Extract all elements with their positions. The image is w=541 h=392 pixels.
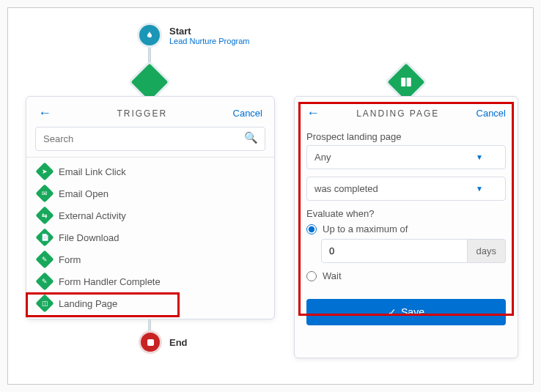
max-days-row: days (321, 239, 506, 263)
trigger-panel-title: Trigger (117, 108, 167, 119)
radio-input[interactable] (306, 224, 317, 234)
trigger-item-label: Landing Page (59, 298, 117, 309)
cursor-icon: ➤ (35, 162, 54, 180)
save-button-label: Save (401, 306, 424, 318)
chevron-down-icon: ▼ (476, 185, 483, 193)
form-icon: ✎ (35, 250, 54, 268)
trigger-item-label: File Download (59, 232, 119, 243)
search-input[interactable] (35, 127, 265, 151)
trigger-panel-header: ← Trigger Cancel (26, 97, 274, 127)
trigger-item-email-open[interactable]: ✉ Email Open (26, 182, 274, 204)
form-check-icon: ✎ (35, 272, 54, 290)
check-icon: ✓ (388, 306, 397, 318)
start-node[interactable]: Start Lead Nurture Program (137, 23, 249, 48)
save-button[interactable]: ✓ Save (306, 299, 506, 325)
back-button[interactable]: ← (38, 106, 51, 121)
radio-label: Up to a maximum of (323, 223, 408, 234)
search-wrap: 🔍 (26, 127, 274, 157)
end-node[interactable]: End (139, 330, 188, 354)
trigger-list[interactable]: ➤ Email Link Click ✉ Email Open ⇆ Extern… (26, 157, 274, 313)
trigger-item-label: Email Open (59, 188, 108, 199)
page-icon: ◫ (35, 294, 54, 312)
radio-wait[interactable]: Wait (306, 270, 506, 281)
end-label: End (169, 337, 188, 348)
select-value: was completed (314, 183, 378, 194)
start-icon (137, 23, 162, 48)
cancel-link[interactable]: Cancel (476, 108, 506, 119)
trigger-panel: ← Trigger Cancel 🔍 ➤ Email Link Click ✉ … (26, 96, 275, 319)
landing-page-panel-body: Prospect landing page Any ▼ was complete… (295, 127, 518, 295)
trigger-item-form-handler-complete[interactable]: ✎ Form Handler Complete (26, 270, 274, 292)
envelope-icon: ✉ (35, 184, 54, 202)
svg-rect-1 (407, 78, 411, 86)
days-input[interactable] (321, 239, 468, 263)
back-button[interactable]: ← (306, 106, 320, 121)
radio-up-to-max[interactable]: Up to a maximum of (306, 223, 506, 234)
landing-page-panel-title: Landing Page (356, 108, 439, 119)
trigger-item-email-link-click[interactable]: ➤ Email Link Click (26, 160, 274, 182)
trigger-item-file-download[interactable]: 📄 File Download (26, 226, 274, 248)
chevron-down-icon: ▼ (476, 153, 483, 161)
start-label-group: Start Lead Nurture Program (169, 26, 249, 45)
trigger-item-label: Form (59, 254, 81, 265)
start-title: Start (169, 26, 249, 37)
select-value: Any (314, 152, 331, 163)
svg-rect-0 (401, 78, 405, 86)
file-icon: 📄 (35, 228, 54, 246)
radio-label: Wait (323, 270, 342, 281)
trigger-item-label: Form Handler Complete (59, 276, 161, 287)
prospect-field-label: Prospect landing page (306, 131, 506, 142)
flow-canvas: Start Lead Nurture Program ← Trigger Can… (7, 7, 534, 385)
evaluate-when-label: Evaluate when? (306, 208, 506, 219)
cancel-link[interactable]: Cancel (233, 108, 262, 119)
landing-page-panel-header: ← Landing Page Cancel (295, 97, 518, 127)
condition-select[interactable]: was completed ▼ (306, 177, 506, 201)
radio-input[interactable] (306, 271, 317, 281)
trigger-item-label: Email Link Click (59, 166, 126, 177)
landing-page-panel: ← Landing Page Cancel Prospect landing p… (294, 96, 518, 358)
swap-icon: ⇆ (35, 206, 54, 224)
trigger-item-landing-page[interactable]: ◫ Landing Page (26, 292, 274, 313)
trigger-item-external-activity[interactable]: ⇆ External Activity (26, 204, 274, 226)
trigger-item-label: External Activity (59, 210, 126, 221)
days-suffix: days (468, 239, 506, 263)
start-subtitle[interactable]: Lead Nurture Program (169, 37, 249, 45)
prospect-landing-page-select[interactable]: Any ▼ (306, 145, 506, 169)
trigger-item-form[interactable]: ✎ Form (26, 248, 274, 270)
stop-icon (139, 330, 162, 354)
